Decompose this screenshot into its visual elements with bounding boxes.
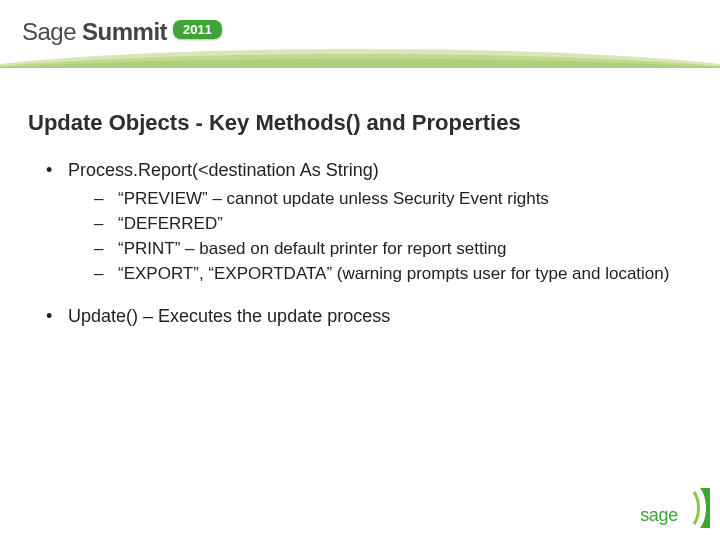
bullet-list: Process.Report(<destination As String) “… [28,158,692,328]
sub-bullet-text: “EXPORT”, “EXPORTDATA” (warning prompts … [118,264,669,283]
brand-word-sage: Sage [22,18,76,46]
slide-content: Update Objects - Key Methods() and Prope… [28,110,692,346]
bullet-text: Update() – Executes the update process [68,306,390,326]
list-item: Process.Report(<destination As String) “… [46,158,692,286]
slide-title: Update Objects - Key Methods() and Prope… [28,110,692,136]
footer-accent-icon [680,488,710,528]
sub-bullet-text: “PREVIEW” – cannot update unless Securit… [118,189,549,208]
list-item: Update() – Executes the update process [46,304,692,328]
sub-bullet-text: “PRINT” – based on default printer for r… [118,239,506,258]
slide-header: Sage Summit 2011 [0,0,720,80]
sub-bullet-text: “DEFERRED” [118,214,223,233]
list-item: “PREVIEW” – cannot update unless Securit… [94,188,692,211]
list-item: “EXPORT”, “EXPORTDATA” (warning prompts … [94,263,692,286]
brand-logo: Sage Summit 2011 [22,18,222,46]
list-item: “PRINT” – based on default printer for r… [94,238,692,261]
year-badge: 2011 [173,20,222,39]
footer-brand-text: sage [640,505,678,526]
sub-list: “PREVIEW” – cannot update unless Securit… [68,188,692,286]
list-item: “DEFERRED” [94,213,692,236]
bullet-text: Process.Report(<destination As String) [68,160,379,180]
brand-word-summit: Summit [82,18,167,46]
